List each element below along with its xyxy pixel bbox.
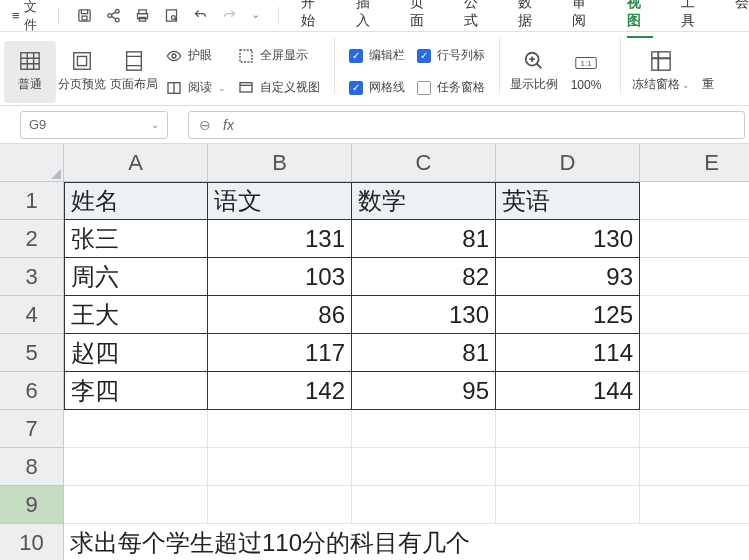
tab-view[interactable]: 视图 — [627, 0, 653, 38]
pagebreak-view-button[interactable]: 分页预览 — [56, 41, 108, 103]
row-header[interactable]: 6 — [0, 372, 64, 410]
column-header[interactable]: D — [496, 144, 640, 182]
tab-start[interactable]: 开始 — [301, 0, 327, 38]
column-header[interactable]: B — [208, 144, 352, 182]
cell[interactable]: 81 — [352, 334, 496, 372]
cell[interactable]: 117 — [208, 334, 352, 372]
cell[interactable]: 81 — [352, 220, 496, 258]
cell[interactable]: 142 — [208, 372, 352, 410]
zoom-ratio-button[interactable]: 显示比例 — [508, 41, 560, 103]
row-header[interactable]: 9 — [0, 486, 64, 524]
freeze-panes-button[interactable]: 冻结窗格⌄ — [629, 41, 693, 103]
taskpane-checkbox[interactable]: 任务窗格 — [417, 76, 485, 100]
cell[interactable]: 130 — [496, 220, 640, 258]
cell[interactable]: 数学 — [352, 182, 496, 220]
normal-view-button[interactable]: 普通 — [4, 41, 56, 103]
row-header[interactable]: 1 — [0, 182, 64, 220]
cell[interactable] — [352, 410, 496, 448]
file-menu[interactable]: ≡ 文件 — [6, 0, 54, 36]
print-icon[interactable] — [135, 8, 150, 23]
redo-icon[interactable] — [222, 8, 237, 23]
cell[interactable]: 144 — [496, 372, 640, 410]
magnify-icon[interactable]: ⊖ — [199, 117, 211, 133]
cell[interactable] — [64, 486, 208, 524]
cell[interactable]: 李四 — [64, 372, 208, 410]
cell[interactable] — [496, 410, 640, 448]
cell[interactable] — [64, 410, 208, 448]
row-header[interactable]: 8 — [0, 448, 64, 486]
cell[interactable] — [640, 182, 749, 220]
cell[interactable] — [640, 372, 749, 410]
cell[interactable]: 周六 — [64, 258, 208, 296]
fullscreen-button[interactable]: 全屏显示 — [238, 44, 320, 68]
column-header[interactable]: A — [64, 144, 208, 182]
gridlines-checkbox[interactable]: ✓ 网格线 — [349, 76, 405, 100]
tab-insert[interactable]: 插入 — [356, 0, 382, 38]
cell[interactable]: 131 — [208, 220, 352, 258]
row-header[interactable]: 4 — [0, 296, 64, 334]
headings-checkbox[interactable]: ✓ 行号列标 — [417, 44, 485, 68]
cell[interactable] — [208, 448, 352, 486]
fx-icon[interactable]: fx — [223, 117, 234, 133]
cell[interactable] — [640, 296, 749, 334]
column-header[interactable]: E — [640, 144, 749, 182]
row-header[interactable]: 7 — [0, 410, 64, 448]
cell[interactable] — [640, 410, 749, 448]
cell[interactable]: 英语 — [496, 182, 640, 220]
cell[interactable]: 103 — [208, 258, 352, 296]
fullscreen-icon — [238, 48, 254, 64]
cell[interactable]: 求出每个学生超过110分的科目有几个 — [64, 524, 749, 560]
cell[interactable]: 130 — [352, 296, 496, 334]
more-icon[interactable]: ⌄ — [251, 8, 260, 23]
name-box[interactable]: G9 ⌄ — [20, 111, 168, 139]
cells-grid[interactable]: 姓名语文数学英语张三13181130周六1038293王大86130125赵四1… — [64, 182, 749, 560]
cell[interactable]: 114 — [496, 334, 640, 372]
tab-tools[interactable]: 工具 — [681, 0, 707, 38]
print-preview-icon[interactable] — [164, 8, 179, 23]
row-header[interactable]: 3 — [0, 258, 64, 296]
cell[interactable]: 86 — [208, 296, 352, 334]
tab-more[interactable]: 会 — [735, 0, 749, 38]
cell[interactable]: 王大 — [64, 296, 208, 334]
tab-review[interactable]: 审阅 — [572, 0, 598, 38]
zoom-100-button[interactable]: 1:1 100% — [560, 41, 612, 103]
save-icon[interactable] — [77, 8, 92, 23]
select-all-corner[interactable] — [0, 144, 64, 182]
cell[interactable] — [640, 220, 749, 258]
cell[interactable]: 93 — [496, 258, 640, 296]
cell[interactable]: 语文 — [208, 182, 352, 220]
tab-formula[interactable]: 公式 — [464, 0, 490, 38]
cell[interactable] — [496, 486, 640, 524]
row-header[interactable]: 5 — [0, 334, 64, 372]
tab-page[interactable]: 页面 — [410, 0, 436, 38]
readmode-button[interactable]: 阅读 ⌄ — [166, 76, 226, 100]
cell[interactable]: 姓名 — [64, 182, 208, 220]
tab-data[interactable]: 数据 — [518, 0, 544, 38]
cell[interactable]: 赵四 — [64, 334, 208, 372]
cell[interactable]: 95 — [352, 372, 496, 410]
row-header[interactable]: 2 — [0, 220, 64, 258]
cell[interactable] — [640, 258, 749, 296]
eyecare-button[interactable]: 护眼 — [166, 44, 226, 68]
cell[interactable] — [496, 448, 640, 486]
undo-icon[interactable] — [193, 8, 208, 23]
pagelayout-view-button[interactable]: 页面布局 — [108, 41, 160, 103]
cell[interactable] — [640, 334, 749, 372]
column-header[interactable]: C — [352, 144, 496, 182]
customview-button[interactable]: 自定义视图 — [238, 76, 320, 100]
arrange-button[interactable]: 重 — [693, 41, 723, 103]
cell[interactable] — [352, 448, 496, 486]
cell[interactable] — [640, 448, 749, 486]
formula-bar-checkbox[interactable]: ✓ 编辑栏 — [349, 44, 405, 68]
cell[interactable] — [640, 486, 749, 524]
share-icon[interactable] — [106, 8, 121, 23]
row-header[interactable]: 10 — [0, 524, 64, 560]
cell[interactable]: 张三 — [64, 220, 208, 258]
cell[interactable] — [208, 486, 352, 524]
cell[interactable]: 82 — [352, 258, 496, 296]
cell[interactable] — [352, 486, 496, 524]
cell[interactable] — [64, 448, 208, 486]
cell[interactable] — [208, 410, 352, 448]
formula-bar[interactable]: ⊖ fx — [188, 111, 745, 139]
cell[interactable]: 125 — [496, 296, 640, 334]
